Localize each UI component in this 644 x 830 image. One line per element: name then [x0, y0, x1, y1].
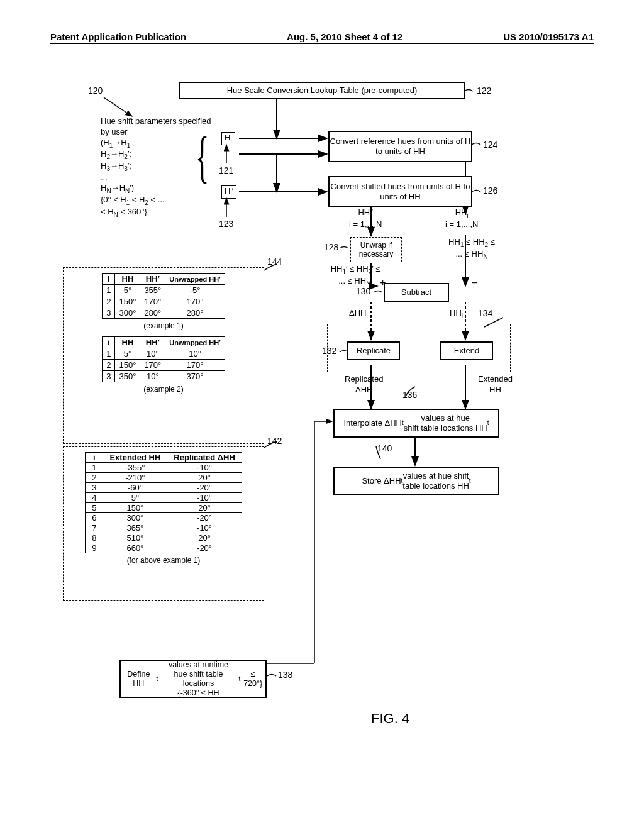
- extend-box: Extend: [440, 341, 493, 360]
- ref-140: 140: [377, 443, 392, 453]
- header-left: Patent Application Publication: [50, 31, 186, 42]
- unwrap-box: Unwrap if necessary: [350, 237, 402, 262]
- ref-134: 134: [478, 308, 492, 318]
- dhhi-label: ΔHHi: [349, 308, 368, 320]
- ref-121: 121: [219, 165, 233, 175]
- figure-4-diagram: Hue Scale Conversion Lookup Table (pre-c…: [63, 82, 579, 748]
- ref-136: 136: [402, 390, 417, 400]
- hhi-prime-label: HHi′i = 1,...,N: [349, 208, 382, 230]
- extended-table-group-142: iExtended HHReplicated ΔHH 1-355°-10° 2-…: [63, 446, 264, 601]
- convert-shifted-box: Convert shifted hues from units of H to …: [328, 176, 472, 208]
- hh-chain: HH1 ≤ HH2 ≤... ≤ HHN: [434, 237, 509, 260]
- table1-caption: (example 1): [64, 321, 264, 330]
- extend-label: Extend: [454, 346, 479, 356]
- subtract-label: Subtract: [401, 287, 431, 297]
- define-hht-box: Define HHt values at runtimehue shift ta…: [119, 660, 267, 698]
- unwrap-label: Unwrap if necessary: [351, 241, 401, 259]
- ref-120: 120: [88, 86, 103, 96]
- params-title: Hue shift parameters specified by user: [101, 116, 211, 136]
- page-header: Patent Application Publication Aug. 5, 2…: [50, 31, 594, 44]
- lookup-table-box: Hue Scale Conversion Lookup Table (pre-c…: [179, 82, 465, 99]
- ref-138: 138: [278, 670, 292, 680]
- replicate-label: Replicate: [357, 346, 391, 356]
- ref-144: 144: [267, 257, 282, 267]
- example-table-1: iHHHH′Unwrapped HH′ 15°355°-5° 2150°170°…: [102, 273, 225, 319]
- subtract-box: Subtract: [384, 283, 449, 302]
- ref-122: 122: [477, 86, 491, 96]
- example-table-2: iHHHH′Unwrapped HH′ 15°10°10° 2150°170°1…: [102, 336, 225, 382]
- examples-group-144: iHHHH′Unwrapped HH′ 15°355°-5° 2150°170°…: [63, 267, 264, 444]
- hhi-label: HHii = 1,...,N: [445, 208, 478, 230]
- minus-sign: −: [472, 277, 477, 290]
- ref-128: 128: [324, 242, 338, 252]
- hi-symbol: Hi: [221, 132, 235, 145]
- convert-reference-box: Convert reference hues from units of H t…: [328, 131, 472, 162]
- replicated-dhh-label: ReplicatedΔHH: [345, 374, 383, 396]
- ref-126: 126: [483, 185, 497, 196]
- hip-symbol: Hi′: [221, 185, 236, 199]
- conv-shift-label: Convert shifted hues from units of H to …: [330, 182, 471, 201]
- extended-table: iExtended HHReplicated ΔHH 1-355°-10° 2-…: [85, 452, 242, 553]
- ref-123: 123: [219, 219, 233, 229]
- store-box: Store ΔHHt values at hue shifttable loca…: [333, 467, 499, 495]
- ref-130: 130: [356, 286, 370, 296]
- hhi-out-label: HHi: [450, 308, 463, 320]
- table3-caption: (for above example 1): [64, 556, 264, 565]
- svg-line-7: [104, 97, 132, 116]
- ref-124: 124: [483, 140, 497, 150]
- conv-ref-label: Convert reference hues from units of H t…: [330, 136, 471, 156]
- ref-132: 132: [322, 346, 336, 356]
- ref-142: 142: [267, 436, 282, 446]
- header-center: Aug. 5, 2010 Sheet 4 of 12: [287, 31, 402, 42]
- table2-caption: (example 2): [64, 385, 264, 394]
- header-right: US 2010/0195173 A1: [503, 31, 594, 42]
- lookup-table-label: Hue Scale Conversion Lookup Table (pre-c…: [227, 86, 418, 96]
- interpolate-box: Interpolate ΔHHt values at hueshift tabl…: [333, 409, 499, 438]
- replicate-box: Replicate: [347, 341, 400, 360]
- extended-hh-label: ExtendedHH: [478, 374, 513, 396]
- figure-label: FIG. 4: [371, 711, 409, 727]
